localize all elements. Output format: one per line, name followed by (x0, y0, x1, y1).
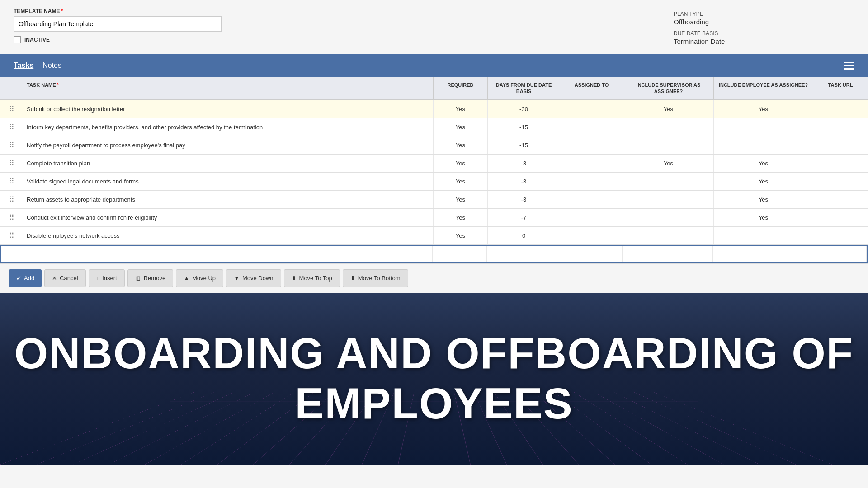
url-cell (813, 118, 868, 136)
task-name-cell: Submit or collect the resignation letter (23, 100, 434, 118)
plan-type-label: PLAN TYPE (674, 11, 854, 17)
inactive-checkbox[interactable] (14, 36, 21, 43)
form-area: TEMPLATE NAME* INACTIVE PLAN TYPE Offboa… (0, 0, 868, 54)
drag-handle: ⠿ (0, 227, 23, 244)
days-cell: -3 (488, 173, 560, 190)
table-row[interactable]: ⠿Return assets to appropriate department… (0, 191, 868, 209)
required-cell: Yes (434, 191, 488, 208)
move-down-button[interactable]: ▼ Move Down (226, 269, 281, 287)
new-td-required[interactable] (433, 246, 487, 262)
form-right: PLAN TYPE Offboarding DUE DATE BASIS Ter… (674, 8, 854, 50)
move-down-icon: ▼ (234, 275, 240, 282)
task-name-cell: Disable employee's network access (23, 227, 434, 244)
banner-title-line2: EMPLOYEES (295, 379, 573, 428)
required-cell: Yes (434, 209, 488, 226)
th-required: REQUIRED (434, 77, 488, 99)
add-checkmark-icon: ✔ (16, 275, 21, 282)
supervisor-cell (623, 209, 714, 226)
required-cell: Yes (434, 173, 488, 190)
form-row: TEMPLATE NAME* INACTIVE PLAN TYPE Offboa… (14, 8, 854, 50)
employee-cell: Yes (714, 155, 813, 172)
new-td-days[interactable] (487, 246, 559, 262)
hamburger-icon (844, 62, 854, 70)
remove-button[interactable]: 🗑 Remove (127, 269, 173, 287)
th-include-employee: INCLUDE EMPLOYEE AS ASSIGNEE? (714, 77, 813, 99)
move-to-bottom-button[interactable]: ⬇ Move To Bottom (343, 269, 408, 287)
table-row[interactable]: ⠿Conduct exit interview and confirm rehi… (0, 209, 868, 227)
new-td-employee[interactable] (713, 246, 812, 262)
move-up-icon: ▲ (184, 275, 189, 282)
drag-handle: ⠿ (0, 155, 23, 172)
supervisor-cell (623, 118, 714, 136)
banner: ONBOARDING AND OFFBOARDING OF EMPLOYEES (0, 293, 868, 465)
required-cell: Yes (434, 118, 488, 136)
supervisor-cell: Yes (623, 100, 714, 118)
table-row[interactable]: ⠿Submit or collect the resignation lette… (0, 100, 868, 118)
url-cell (813, 173, 868, 190)
days-cell: -3 (488, 191, 560, 208)
add-button[interactable]: ✔ Add (9, 269, 42, 287)
th-task-name: TASK NAME* (23, 77, 434, 99)
due-date-basis-block: DUE DATE BASIS Termination Date (674, 30, 854, 45)
table-header: TASK NAME* REQUIRED DAYS FROM DUE DATE B… (0, 77, 868, 100)
new-td-name[interactable] (24, 246, 433, 262)
drag-handle: ⠿ (0, 118, 23, 136)
drag-handle: ⠿ (0, 209, 23, 226)
new-td-url[interactable] (812, 246, 867, 262)
assigned-cell (560, 173, 623, 190)
required-cell: Yes (434, 155, 488, 172)
employee-cell: Yes (714, 191, 813, 208)
new-task-name-input[interactable] (24, 246, 432, 262)
th-assigned-to: ASSIGNED TO (560, 77, 623, 99)
assigned-cell (560, 118, 623, 136)
assigned-cell (560, 191, 623, 208)
new-td-assigned[interactable] (559, 246, 623, 262)
insert-button[interactable]: + Insert (89, 269, 125, 287)
table-body: ⠿Submit or collect the resignation lette… (0, 100, 868, 245)
assigned-cell (560, 100, 623, 118)
drag-handle: ⠿ (0, 173, 23, 190)
new-td-supervisor[interactable] (623, 246, 713, 262)
supervisor-cell: Yes (623, 155, 714, 172)
task-name-cell: Return assets to appropriate departments (23, 191, 434, 208)
days-cell: 0 (488, 227, 560, 244)
move-up-button[interactable]: ▲ Move Up (176, 269, 223, 287)
table-row[interactable]: ⠿Complete transition planYes-3YesYes (0, 155, 868, 173)
template-name-label: TEMPLATE NAME* (14, 8, 656, 14)
due-date-basis-label: DUE DATE BASIS (674, 30, 854, 37)
new-assigned-input[interactable] (559, 246, 622, 262)
template-name-input[interactable] (14, 16, 222, 32)
employee-cell: Yes (714, 209, 813, 226)
cancel-button[interactable]: ✕ Cancel (44, 269, 85, 287)
assigned-cell (560, 209, 623, 226)
new-supervisor-input[interactable] (623, 246, 712, 262)
url-cell (813, 191, 868, 208)
days-cell: -3 (488, 155, 560, 172)
move-to-top-button[interactable]: ⬆ Move To Top (284, 269, 340, 287)
new-url-input[interactable] (812, 246, 866, 262)
menu-icon-button[interactable] (844, 62, 854, 70)
table-row[interactable]: ⠿Disable employee's network accessYes0 (0, 227, 868, 245)
supervisor-cell (623, 173, 714, 190)
tab-tasks[interactable]: Tasks (14, 57, 42, 74)
inactive-label: INACTIVE (24, 37, 50, 43)
task-table: TASK NAME* REQUIRED DAYS FROM DUE DATE B… (0, 77, 868, 263)
table-row[interactable]: ⠿Notify the payroll department to proces… (0, 136, 868, 155)
table-row[interactable]: ⠿Validate signed legal documents and for… (0, 173, 868, 191)
supervisor-cell (623, 227, 714, 244)
new-employee-input[interactable] (713, 246, 812, 262)
days-cell: -7 (488, 209, 560, 226)
th-days-from-due: DAYS FROM DUE DATE BASIS (488, 77, 560, 99)
task-name-cell: Notify the payroll department to process… (23, 136, 434, 154)
table-row[interactable]: ⠿Inform key departments, benefits provid… (0, 118, 868, 136)
plan-type-block: PLAN TYPE Offboarding (674, 11, 854, 26)
employee-cell (714, 136, 813, 154)
url-cell (813, 209, 868, 226)
form-left: TEMPLATE NAME* INACTIVE (14, 8, 656, 43)
tab-notes[interactable]: Notes (42, 57, 71, 74)
inactive-row: INACTIVE (14, 36, 656, 43)
employee-cell: Yes (714, 173, 813, 190)
new-required-input[interactable] (433, 246, 486, 262)
new-days-input[interactable] (487, 246, 559, 262)
plan-type-value: Offboarding (674, 18, 854, 26)
